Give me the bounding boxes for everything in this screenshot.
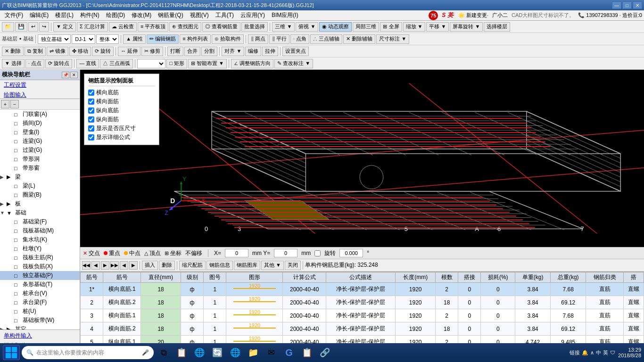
tb-set-clamp-btn[interactable]: 设置夹点 — [282, 47, 309, 56]
tb-trim-btn[interactable]: ✂ 修剪 — [141, 47, 163, 56]
tb-save-btn[interactable]: 💾 — [15, 22, 27, 32]
sidebar-close-btn[interactable]: ✕ — [70, 72, 78, 78]
tree-item-19[interactable]: □条形基础(T) — [0, 280, 80, 289]
table-row[interactable]: 4 横向面筋.2 18 ф 1 1920 2000-40-40 净长-保护层-保… — [81, 322, 644, 336]
start-button[interactable] — [3, 345, 20, 360]
tree-item-2[interactable]: □壁龛(I) — [0, 128, 80, 137]
tb-select2-btn[interactable]: ▼ 选择 — [2, 59, 25, 68]
tree-item-3[interactable]: □连梁(G) — [0, 137, 80, 146]
menu-steelquantity[interactable]: 钢筋量(Q) — [155, 10, 186, 20]
tb-delete-btn[interactable]: ✕ 删除 — [2, 47, 24, 56]
view-mode-select[interactable]: 整体 — [96, 34, 119, 44]
cb-vertical-top[interactable] — [88, 116, 94, 123]
tb-edit-steel-btn[interactable]: ✏ 编辑钢筋 — [147, 34, 179, 44]
table-row[interactable]: 3 横向面筋.1 18 ф 1 1920 2000-40-40 净长-保护层-保… — [81, 309, 644, 322]
tb-rotate-btn[interactable]: 屏幕旋转 ▼ — [450, 22, 483, 32]
taskbar-app-7[interactable]: 📋 — [299, 345, 315, 361]
nav-first-btn[interactable]: ◀◀ — [82, 261, 91, 270]
tb-other-btn[interactable]: 其他 ▼ — [261, 261, 284, 270]
tb-define-btn[interactable]: ▼ 定义 — [53, 22, 76, 32]
tb-align-tool-btn[interactable]: 对齐 ▼ — [222, 47, 244, 56]
search-bar[interactable]: 🔍 🎤 — [22, 346, 154, 359]
nav-up-btn[interactable]: ◀ — [120, 261, 128, 270]
menu-edit[interactable]: 编辑(E) — [27, 10, 51, 20]
component-type-select[interactable]: 独立基础 — [38, 34, 71, 44]
tb-property-btn[interactable]: ▲ 属性 — [123, 34, 146, 44]
taskbar-app-1[interactable]: 📋 — [173, 345, 190, 361]
tb-undo-btn[interactable]: ↩ — [28, 22, 38, 32]
tb-edit-btn[interactable]: 编修 — [245, 47, 261, 56]
nav-next-btn[interactable]: ▶ — [101, 261, 109, 270]
data-table-container[interactable]: 筋号 筋号 直径(mm) 级别 图号 图形 计算公式 公式描述 长度(mm) 根… — [80, 272, 644, 352]
tb-partial3d-btn[interactable]: 局部三维 — [353, 22, 379, 32]
minimize-button[interactable]: — — [612, 1, 621, 9]
tb-3aux-btn[interactable]: ∴ 三点辅轴 — [310, 34, 342, 44]
tree-item-8[interactable]: □梁(L) — [0, 181, 80, 190]
tb-align-btn[interactable]: ≡ 平齐板顶 — [138, 22, 168, 32]
vs-y-input[interactable] — [274, 249, 297, 257]
tb-mirror-btn[interactable]: ⇌ 镜像 — [47, 47, 68, 56]
cb-horizontal-bottom[interactable] — [88, 90, 94, 96]
menu-floor[interactable]: 楼层(L) — [52, 10, 76, 20]
tree-item-10[interactable]: ▶▶板 — [0, 199, 80, 208]
tb-smart-layout-btn[interactable]: ⊞ 智能布置 ▼ — [188, 59, 227, 68]
tree-item-7[interactable]: ▶▶梁 — [0, 173, 80, 181]
tb-find-btn[interactable]: ⊕ 查找图元 — [169, 22, 201, 32]
tb-adjust-dir-btn[interactable]: ∠ 调整钢筋方向 — [231, 59, 273, 68]
tb-move-btn[interactable]: ✤ 移动 — [69, 47, 91, 56]
tb-extend-btn[interactable]: ↔ 延伸 — [118, 47, 140, 56]
tb-rotate-tool-btn[interactable]: ⟳ 旋转 — [92, 47, 114, 56]
menu-tools[interactable]: 工具(T) — [213, 10, 237, 20]
tree-item-20[interactable]: □桩承台(V) — [0, 289, 80, 298]
tb-batch-select-btn[interactable]: 批量选择 — [241, 22, 268, 32]
tb-copy-btn[interactable]: ⧉ 复制 — [25, 47, 46, 56]
component-id-select[interactable]: DJ-1 — [72, 34, 95, 44]
new-build-btn[interactable]: 🌟 新建变更· — [458, 12, 488, 19]
menu-component[interactable]: 构件(N) — [77, 10, 102, 20]
tb-fullscreen-btn[interactable]: ⊞ 全屏 — [380, 22, 402, 32]
tb-pick-component-btn[interactable]: ⊙ 拾取构件 — [212, 34, 244, 44]
tb-rotatepoint-btn[interactable]: ⟳ 旋转点 — [45, 59, 72, 68]
menu-file[interactable]: 文件(F) — [2, 10, 26, 20]
tb-two-points-btn[interactable]: ‖ 两点 — [248, 34, 268, 44]
tb-steel-info-btn[interactable]: 钢筋信息 — [206, 261, 233, 270]
tree-item-9[interactable]: □圈梁(B) — [0, 190, 80, 199]
tb-pull-btn[interactable]: 拉伸 — [262, 47, 278, 56]
cb-show-formula[interactable] — [88, 134, 94, 140]
tb-component-list-btn[interactable]: ≡ 构件列表 — [180, 34, 210, 44]
tree-item-24[interactable]: ▶▶其它 — [0, 325, 80, 329]
draw-mode-select[interactable] — [137, 59, 165, 68]
tree-item-1[interactable]: □插间(D) — [0, 119, 80, 128]
tree-item-23[interactable]: □基础板带(W) — [0, 316, 80, 325]
tb-redo-btn[interactable]: ↪ — [39, 22, 49, 32]
tree-item-21[interactable]: □承台梁(F) — [0, 298, 80, 307]
taskbar-app-2[interactable]: 🌐 — [191, 345, 207, 361]
menu-view[interactable]: 视图(V) — [187, 10, 212, 20]
tb-view-steel-btn[interactable]: ◎ 查看钢筋量 — [202, 22, 240, 32]
tree-item-11[interactable]: ▼▼基础 — [0, 208, 80, 217]
sidebar-pin-btn[interactable]: 📌 — [62, 72, 69, 78]
tb-steel-lib-btn[interactable]: 钢筋图库 — [234, 261, 260, 270]
tree-item-0[interactable]: □门联窗(A) — [0, 110, 80, 119]
tree-item-15[interactable]: □柱墩(Y) — [0, 244, 80, 253]
tree-item-22[interactable]: □桩(U) — [0, 307, 80, 316]
sidebar-tool-minus[interactable]: − — [10, 100, 19, 108]
tb-dim-btn[interactable]: 尺寸标注 ▼ — [376, 34, 409, 44]
sidebar-link-draw[interactable]: 绘图输入 — [0, 90, 80, 100]
tree-item-14[interactable]: □集水坑(K) — [0, 235, 80, 244]
menu-modify[interactable]: 修改(M) — [129, 10, 154, 20]
tb-dynamic-btn[interactable]: ◉ 动态观察 — [319, 22, 352, 32]
3d-viewport[interactable]: 钢筋显示控制面板 横向底筋 横向面筋 纵向底筋 纵向面筋 — [80, 70, 644, 247]
taskbar-task-view[interactable]: ⧉ — [156, 345, 172, 361]
systray-expand-icon[interactable]: ∧ — [590, 350, 594, 356]
close-button[interactable]: ✕ — [633, 1, 642, 9]
tb-zoom-btn[interactable]: 缩放 ▼ — [403, 22, 426, 32]
tb-topview-btn[interactable]: 俯视 ▼ — [296, 22, 318, 32]
tb-arc-btn[interactable]: △ 三点画弧 — [100, 59, 133, 68]
tb-3d-btn[interactable]: 三维 ▼ — [272, 22, 295, 32]
tb-insert-btn[interactable]: 插入 — [142, 261, 158, 270]
tb-summary-btn[interactable]: Σ 汇总计算 — [77, 22, 108, 32]
tree-item-16[interactable]: □筏板主筋(R) — [0, 253, 80, 262]
nav-prev-btn[interactable]: ◀ — [91, 261, 100, 270]
tb-line-btn[interactable]: — 直线 — [76, 59, 99, 68]
